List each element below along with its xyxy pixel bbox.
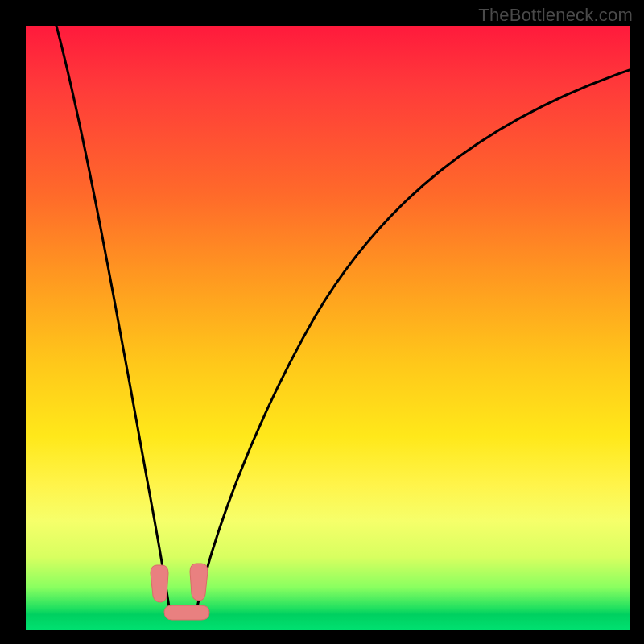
marker-right-lobe [190,564,208,601]
marker-bottom-lobe [164,605,209,620]
chart-svg [26,26,630,630]
marker-left-lobe [151,565,168,602]
chart-frame: TheBottleneck.com [0,0,644,644]
chart-plot-area [26,26,630,630]
bottleneck-curve [56,26,630,617]
watermark-text: TheBottleneck.com [478,5,633,26]
